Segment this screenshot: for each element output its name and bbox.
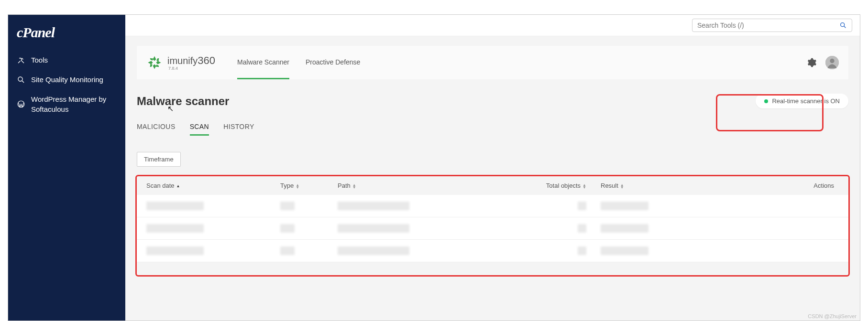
sidebar-item-label: Site Quality Monitoring xyxy=(31,75,103,85)
tab-proactive-defense[interactable]: Proactive Defense xyxy=(306,46,360,79)
head-actions xyxy=(806,56,839,69)
search-wrap[interactable] xyxy=(692,19,852,32)
sub-tabs: MALICIOUS SCAN HISTORY xyxy=(137,123,848,136)
svg-point-12 xyxy=(830,59,834,63)
table-body xyxy=(137,195,848,262)
sort-icon: ▲▼ xyxy=(620,184,624,189)
product-name: imunify xyxy=(167,55,198,66)
brand-logo-text: cPanel xyxy=(17,24,55,40)
col-type[interactable]: Type▲▼ xyxy=(280,182,338,189)
sort-icon: ▲▼ xyxy=(582,184,586,189)
sidebar: cPanel Tools Site Quality Monitoring Wor… xyxy=(8,15,125,321)
sort-icon: ▲▼ xyxy=(296,184,299,189)
table-header: Scan date▲ Type▲▼ Path▲▼ Total objects▲▼… xyxy=(137,176,848,195)
sidebar-item-label: WordPress Manager by Softaculous xyxy=(31,94,117,114)
brand-logo: cPanel xyxy=(8,24,125,50)
page-title: Malware scanner xyxy=(137,95,229,108)
search-input[interactable] xyxy=(697,21,839,29)
sidebar-item-tools[interactable]: Tools xyxy=(8,50,125,70)
watermark: CSDN @ZhujiServer xyxy=(808,313,857,319)
col-result[interactable]: Result▲▼ xyxy=(601,182,696,189)
svg-marker-7 xyxy=(156,58,159,62)
svg-marker-9 xyxy=(150,64,153,67)
avatar[interactable] xyxy=(825,56,839,69)
table-row xyxy=(137,240,848,262)
svg-marker-6 xyxy=(148,61,153,64)
content-area: imunify360 7.8.4 Malware Scanner Proacti… xyxy=(125,36,860,321)
table-row xyxy=(137,217,848,240)
product-brand: imunify360 7.8.4 xyxy=(146,54,215,71)
realtime-status-chip: Real-time scanner is ON xyxy=(756,94,848,108)
top-tabs: Malware Scanner Proactive Defense xyxy=(237,46,806,79)
svg-marker-3 xyxy=(153,56,156,61)
panel-head: imunify360 7.8.4 Malware Scanner Proacti… xyxy=(137,46,848,79)
sidebar-item-label: Tools xyxy=(31,55,48,65)
scan-table: Scan date▲ Type▲▼ Path▲▼ Total objects▲▼… xyxy=(137,176,848,262)
col-scan-date[interactable]: Scan date▲ xyxy=(146,182,280,189)
wordpress-icon xyxy=(17,100,25,108)
search-icon xyxy=(839,21,847,29)
imunify-icon xyxy=(146,54,163,71)
svg-marker-10 xyxy=(150,58,154,61)
tools-icon xyxy=(17,56,25,64)
svg-point-0 xyxy=(18,77,22,81)
product-suffix: 360 xyxy=(198,54,215,66)
topbar xyxy=(125,15,860,36)
col-path[interactable]: Path▲▼ xyxy=(338,182,505,189)
svg-marker-8 xyxy=(156,64,159,67)
svg-marker-4 xyxy=(156,61,161,64)
col-total-objects[interactable]: Total objects▲▼ xyxy=(505,182,601,189)
sort-icon: ▲▼ xyxy=(352,184,356,189)
svg-marker-5 xyxy=(153,64,156,69)
svg-point-2 xyxy=(841,23,845,27)
sidebar-item-wordpress-manager[interactable]: WordPress Manager by Softaculous xyxy=(8,89,125,119)
table-row xyxy=(137,195,848,217)
subtab-scan[interactable]: SCAN xyxy=(190,123,209,136)
status-text: Real-time scanner is ON xyxy=(772,97,840,105)
product-version: 7.8.4 xyxy=(168,66,215,71)
subtab-malicious[interactable]: MALICIOUS xyxy=(137,123,176,136)
sort-icon: ▲ xyxy=(176,185,180,187)
main-content: imunify360 7.8.4 Malware Scanner Proacti… xyxy=(125,15,860,321)
gear-icon[interactable] xyxy=(806,57,817,68)
subtab-history[interactable]: HISTORY xyxy=(223,123,254,136)
status-dot-icon xyxy=(764,99,768,103)
tab-malware-scanner[interactable]: Malware Scanner xyxy=(237,46,289,79)
sidebar-item-site-quality[interactable]: Site Quality Monitoring xyxy=(8,70,125,89)
page-title-row: Malware scanner Real-time scanner is ON xyxy=(137,94,848,108)
col-actions: Actions xyxy=(696,182,839,189)
timeframe-button[interactable]: Timeframe xyxy=(137,152,181,167)
magnifier-icon xyxy=(17,75,25,84)
